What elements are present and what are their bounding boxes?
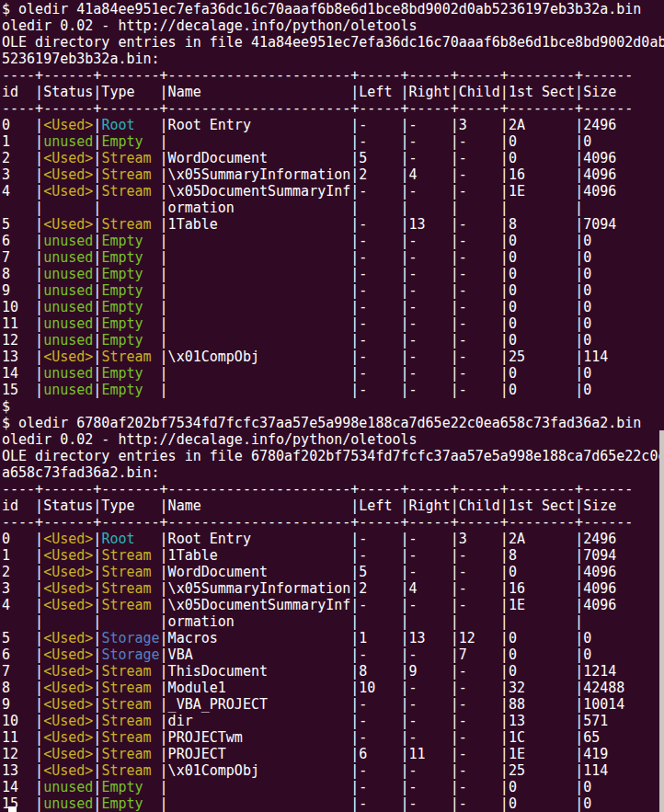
terminal-text-segment: | |- |- |- |0 |0	[160, 382, 592, 398]
terminal-text-segment: 5 |	[2, 216, 43, 233]
terminal-line: 6 |<Used>|Storage|VBA |- |- |7 |0 |0	[2, 646, 664, 663]
terminal-text-segment: unused	[43, 233, 93, 249]
terminal-line: OLE directory entries in file 6780af202b…	[2, 448, 664, 464]
terminal-text-segment: unused	[43, 779, 93, 795]
terminal-text-segment: a658c73fad36a2.bin:	[2, 464, 160, 481]
terminal-text-segment: Stream	[101, 713, 159, 729]
terminal-text-segment: Stream	[101, 729, 159, 746]
terminal-text-segment: ----+------+-------+--------------------…	[2, 67, 633, 84]
terminal-text-segment: 8 |	[2, 680, 43, 696]
terminal-text-segment: 2 |	[2, 150, 43, 166]
terminal-text-segment: 10 |	[2, 299, 43, 315]
terminal-line: ----+------+-------+--------------------…	[2, 481, 664, 497]
terminal-text-segment: 12 |	[2, 332, 43, 349]
terminal-line: a658c73fad36a2.bin:	[2, 464, 664, 481]
terminal-text-segment: ----+------+-------+--------------------…	[2, 100, 633, 117]
terminal-text-segment: |\x01CompObj |- |- |- |25 |114	[160, 762, 609, 779]
terminal-text-segment: Stream	[101, 762, 159, 779]
terminal-text-segment: Stream	[101, 680, 159, 696]
terminal-line: 3 |<Used>|Stream |\x05SummaryInformation…	[2, 580, 664, 597]
terminal-text-segment: Stream	[101, 547, 159, 564]
terminal-text-segment: 12 |	[2, 746, 43, 762]
terminal-line: 7 |<Used>|Stream |ThisDocument |8 |9 |- …	[2, 663, 664, 680]
terminal-text-segment: <Used>	[43, 696, 93, 713]
terminal-text-segment: <Used>	[43, 680, 93, 696]
terminal-text-segment: 14 |	[2, 779, 43, 795]
terminal-text-segment: |PROJECTwm |- |- |- |1C |65	[160, 729, 601, 746]
terminal-text-segment: unused	[43, 266, 93, 282]
terminal-text-segment: OLE directory entries in file 41a84ee951…	[2, 34, 664, 51]
terminal-line: oledir 0.02 - http://decalage.info/pytho…	[2, 431, 664, 448]
terminal-text-segment: 1 |	[2, 547, 43, 564]
terminal-text-segment: |\x05SummaryInformation|2 |4 |- |16 |409…	[160, 166, 617, 183]
terminal-text-segment: Empty	[101, 795, 159, 812]
terminal-text-segment: 5236197eb3b32a.bin:	[2, 51, 160, 67]
terminal-text-segment: unused	[43, 249, 93, 266]
terminal-text-segment: |1Table |- |13 |- |8 |7094	[160, 216, 617, 233]
scrollbar-thumb[interactable]	[659, 430, 664, 812]
terminal-line: id |Status|Type |Name |Left |Right|Child…	[2, 497, 664, 514]
terminal-text-segment: | |- |- |- |0 |0	[160, 365, 592, 382]
terminal-text-segment: <Used>	[43, 531, 93, 547]
terminal-text-segment: <Used>	[43, 166, 93, 183]
terminal-text-segment: Stream	[101, 150, 159, 166]
terminal-text-segment: |\x05SummaryInformation|2 |4 |- |16 |409…	[160, 580, 617, 597]
terminal-text-segment: Empty	[101, 133, 159, 150]
terminal-line: 13 |<Used>|Stream |\x01CompObj |- |- |- …	[2, 349, 664, 365]
terminal-line: $ oledir 6780af202bf7534fd7fcfc37aa57e5a…	[2, 415, 664, 431]
terminal-text-segment: Stream	[101, 597, 159, 613]
terminal-text-segment: | |- |- |- |0 |0	[160, 249, 592, 266]
terminal-text-segment: | |- |- |- |0 |0	[160, 299, 592, 315]
terminal-line: 6 |unused|Empty | |- |- |- |0 |0	[2, 233, 664, 249]
terminal-line: 11 |unused|Empty | |- |- |- |0 |0	[2, 315, 664, 332]
terminal-text-segment: |Macros |1 |13 |12 |0 |0	[160, 630, 592, 646]
terminal-text-segment: | |- |- |- |0 |0	[160, 332, 592, 349]
terminal-line: 11 |<Used>|Stream |PROJECTwm |- |- |- |1…	[2, 729, 664, 746]
terminal-text-segment: Empty	[101, 299, 159, 315]
terminal-text-segment: |\x05DocumentSummaryInf|- |- |- |1E |409…	[160, 597, 617, 613]
terminal-text-segment: unused	[43, 365, 93, 382]
terminal-text-segment: Stream	[101, 183, 159, 200]
terminal-text-segment: <Used>	[43, 762, 93, 779]
terminal-text-segment: |VBA |- |- |7 |0 |0	[160, 646, 592, 663]
terminal-text-segment: <Used>	[43, 564, 93, 580]
terminal-text-segment: 10 |	[2, 713, 43, 729]
terminal-text-segment: 9 |	[2, 696, 43, 713]
terminal-text-segment: unused	[43, 133, 93, 150]
terminal-screen[interactable]: $ oledir 41a84ee951ec7efa36dc16c70aaaf6b…	[0, 0, 664, 812]
terminal-text-segment: <Used>	[43, 729, 93, 746]
terminal-text-segment: oledir 0.02 - http://decalage.info/pytho…	[2, 17, 418, 34]
terminal-text-segment: Stream	[101, 696, 159, 713]
terminal-text-segment: Empty	[101, 315, 159, 332]
terminal-text-segment: 9 |	[2, 282, 43, 299]
terminal-text-segment: OLE directory entries in file 6780af202b…	[2, 448, 664, 464]
terminal-text-segment: 7 |	[2, 663, 43, 680]
terminal-text-segment: |WordDocument |5 |- |- |0 |4096	[160, 564, 617, 580]
terminal-text-segment: oledir 0.02 - http://decalage.info/pytho…	[2, 431, 418, 448]
terminal-text-segment: |\x05DocumentSummaryInf|- |- |- |1E |409…	[160, 183, 617, 200]
terminal-text-segment: 11 |	[2, 729, 43, 746]
terminal-text-segment: |dir |- |- |- |13 |571	[160, 713, 609, 729]
terminal-text-segment: Stream	[101, 580, 159, 597]
terminal-line: 5 |<Used>|Storage|Macros |1 |13 |12 |0 |…	[2, 630, 664, 646]
terminal-line: 9 |<Used>|Stream |_VBA_PROJECT |- |- |- …	[2, 696, 664, 713]
terminal-text-segment: <Used>	[43, 646, 93, 663]
terminal-line: 10 |unused|Empty | |- |- |- |0 |0	[2, 299, 664, 315]
terminal-line: 10 |<Used>|Stream |dir |- |- |- |13 |571	[2, 713, 664, 729]
terminal-text-segment: 4 |	[2, 183, 43, 200]
terminal-text-segment: unused	[43, 282, 93, 299]
terminal-line: 7 |unused|Empty | |- |- |- |0 |0	[2, 249, 664, 266]
terminal-text-segment: | |- |- |- |0 |0	[160, 315, 592, 332]
terminal-text-segment: <Used>	[43, 580, 93, 597]
terminal-line: 5 |<Used>|Stream |1Table |- |13 |- |8 |7…	[2, 216, 664, 233]
terminal-text-segment: 0 |	[2, 531, 43, 547]
terminal-text-segment: 14 |	[2, 365, 43, 382]
terminal-text-segment: 6 |	[2, 233, 43, 249]
terminal-text-segment: 3 |	[2, 580, 43, 597]
terminal-text-segment: Storage	[101, 646, 159, 663]
terminal-line: 14 |unused|Empty | |- |- |- |0 |0	[2, 779, 664, 795]
terminal-text-segment: 2 |	[2, 564, 43, 580]
terminal-line: $ oledir 41a84ee951ec7efa36dc16c70aaaf6b…	[2, 1, 664, 17]
terminal-text-segment: <Used>	[43, 349, 93, 365]
terminal-text-segment: Empty	[101, 365, 159, 382]
